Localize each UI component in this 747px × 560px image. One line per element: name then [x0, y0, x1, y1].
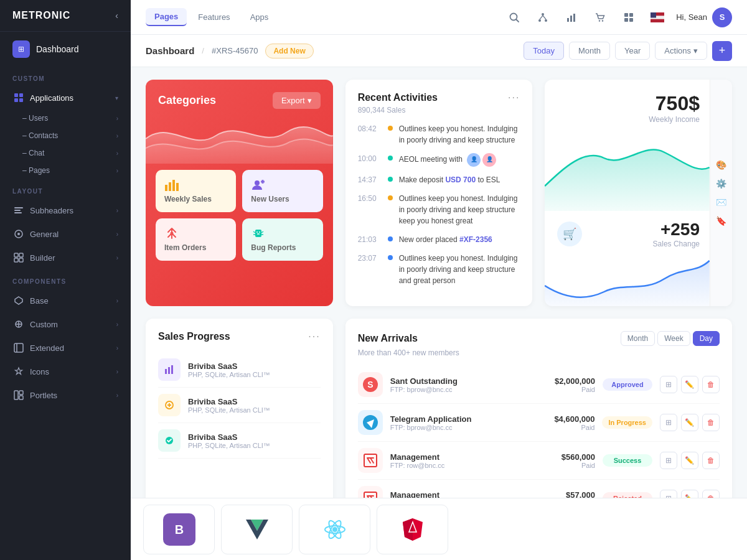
- svg-rect-19: [14, 391, 18, 399]
- grid-icon[interactable]: [619, 7, 639, 27]
- period-today-button[interactable]: Today: [524, 42, 564, 60]
- cat-tile-bug-reports[interactable]: Bug Reports: [242, 218, 322, 261]
- arrivals-month-btn[interactable]: Month: [621, 331, 655, 346]
- framework-angular[interactable]: [377, 505, 448, 554]
- add-new-button[interactable]: Add New: [265, 44, 313, 58]
- custom-chevron-icon: ›: [116, 321, 118, 328]
- arrivals-delete-btn-0[interactable]: 🗑: [702, 376, 720, 393]
- sidebar-item-builder[interactable]: Builder ›: [0, 246, 131, 269]
- sidebar-item-subheaders[interactable]: Subheaders ›: [0, 198, 131, 222]
- cat-tile-weekly-sales[interactable]: Weekly Sales: [156, 170, 236, 212]
- sidebar-sub-users[interactable]: – Users ›: [22, 110, 131, 127]
- sales-progress-menu-icon[interactable]: ···: [308, 331, 320, 342]
- arrivals-badge-0: Approved: [603, 378, 652, 391]
- subheader: Dashboard / #XRS-45670 Add New Today Mon…: [131, 35, 747, 67]
- svg-rect-30: [570, 16, 572, 22]
- svg-rect-34: [624, 13, 628, 17]
- arrivals-edit-btn-1[interactable]: ✏️: [681, 414, 698, 431]
- arrivals-edit-btn-0[interactable]: ✏️: [681, 376, 698, 393]
- add-widget-button[interactable]: +: [712, 41, 732, 61]
- activities-subtitle: 890,344 Sales: [358, 106, 520, 114]
- users-chevron-icon: ›: [116, 115, 118, 122]
- sidebar-item-custom[interactable]: Custom ›: [0, 312, 131, 336]
- arrivals-week-btn[interactable]: Week: [657, 331, 690, 346]
- cart-icon[interactable]: [590, 7, 610, 27]
- network-icon[interactable]: [533, 7, 553, 27]
- svg-rect-1: [19, 93, 23, 97]
- main-area: Pages Features Apps Hi, S: [131, 0, 747, 560]
- sales-change-label: Sales Change: [653, 240, 700, 248]
- arrivals-delete-btn-3[interactable]: 🗑: [702, 490, 720, 498]
- activities-card: Recent Activities ··· 890,344 Sales 08:4…: [345, 80, 533, 306]
- react-icon: [319, 513, 351, 546]
- framework-vue[interactable]: [221, 505, 293, 554]
- cat-tile-new-users[interactable]: New Users: [242, 170, 322, 212]
- sidebar-item-extended[interactable]: Extended ›: [0, 336, 131, 360]
- sidebar-item-icons[interactable]: Icons ›: [0, 360, 131, 383]
- tab-pages[interactable]: Pages: [146, 8, 187, 26]
- svg-point-25: [538, 19, 541, 22]
- subheaders-chevron-icon: ›: [116, 207, 118, 214]
- arrivals-actions-0: ⊞ ✏️ 🗑: [660, 376, 720, 393]
- activities-menu-icon[interactable]: ···: [508, 92, 520, 103]
- new-arrivals-card: New Arrivals Month Week Day More than 40…: [345, 319, 732, 498]
- svg-rect-12: [19, 258, 23, 262]
- arrivals-day-btn[interactable]: Day: [693, 331, 720, 346]
- breadcrumb-dashboard: Dashboard: [146, 45, 194, 56]
- arrivals-edit-btn-3[interactable]: ✏️: [681, 490, 698, 498]
- cat-tile-item-orders[interactable]: Item Orders: [156, 218, 236, 261]
- export-button[interactable]: Export ▾: [273, 92, 321, 109]
- tab-apps[interactable]: Apps: [242, 9, 278, 26]
- arrivals-copy-btn-2[interactable]: ⊞: [660, 452, 677, 469]
- chart-icon[interactable]: [561, 7, 581, 27]
- sidebar-item-applications[interactable]: Applications ▾: [0, 86, 131, 110]
- vue-icon: [241, 513, 273, 546]
- sidebar-item-dashboard[interactable]: ⊞ Dashboard: [0, 32, 131, 67]
- components-section-label: COMPONENTS: [0, 269, 131, 289]
- sidebar-sub-chat[interactable]: – Chat ›: [22, 144, 131, 162]
- top-navigation: Pages Features Apps Hi, S: [131, 0, 747, 35]
- sidebar-collapse-icon[interactable]: ‹: [115, 11, 118, 21]
- framework-react[interactable]: [299, 505, 370, 554]
- user-greeting[interactable]: Hi, Sean S: [676, 7, 732, 27]
- actions-button[interactable]: Actions ▾: [655, 42, 707, 60]
- arrivals-delete-btn-2[interactable]: 🗑: [702, 452, 720, 469]
- frameworks-row: B: [131, 498, 747, 560]
- period-month-button[interactable]: Month: [569, 42, 610, 60]
- sidebar-item-portlets[interactable]: Portlets ›: [0, 383, 131, 407]
- sidebar-item-base[interactable]: Base ›: [0, 289, 131, 312]
- sales-progress-card: Sales Progress ··· Briviba SaaS PHP, SQL…: [146, 319, 333, 498]
- svg-line-55: [253, 231, 255, 233]
- arrivals-edit-btn-2[interactable]: ✏️: [681, 452, 698, 469]
- applications-icon: [12, 91, 25, 104]
- search-icon[interactable]: [504, 7, 524, 27]
- svg-rect-29: [567, 18, 569, 22]
- send-icon[interactable]: ✉️: [716, 197, 726, 207]
- activity-dot-teal-1: [388, 156, 393, 161]
- svg-rect-2: [14, 98, 18, 102]
- sidebar-sub-contacts[interactable]: – Contacts ›: [22, 127, 131, 144]
- sidebar-sub-pages[interactable]: – Pages ›: [22, 162, 131, 179]
- categories-title: Categories: [158, 94, 216, 107]
- svg-rect-41: [651, 12, 656, 18]
- arrivals-copy-btn-1[interactable]: ⊞: [660, 414, 677, 431]
- arrivals-copy-btn-3[interactable]: ⊞: [660, 490, 677, 498]
- arrivals-delete-btn-1[interactable]: 🗑: [702, 414, 720, 431]
- activity-dot-blue-2: [388, 255, 393, 260]
- svg-rect-35: [629, 13, 633, 17]
- settings-icon[interactable]: ⚙️: [716, 179, 726, 189]
- tab-features[interactable]: Features: [189, 9, 238, 26]
- arrivals-badge-2: Success: [603, 454, 652, 467]
- flag-icon[interactable]: [647, 7, 667, 27]
- sidebar-item-general[interactable]: General ›: [0, 222, 131, 246]
- bookmark-icon[interactable]: 🔖: [716, 216, 726, 226]
- arrivals-actions-1: ⊞ ✏️ 🗑: [660, 414, 720, 431]
- sales-item-icon-2: [158, 429, 181, 452]
- svg-rect-6: [14, 212, 22, 213]
- framework-bootstrap[interactable]: B: [143, 505, 215, 554]
- period-year-button[interactable]: Year: [615, 42, 650, 60]
- weekly-sales-icon: [164, 179, 179, 191]
- arrivals-copy-btn-0[interactable]: ⊞: [660, 376, 677, 393]
- palette-icon[interactable]: 🎨: [716, 160, 726, 170]
- nav-tabs: Pages Features Apps: [146, 8, 502, 26]
